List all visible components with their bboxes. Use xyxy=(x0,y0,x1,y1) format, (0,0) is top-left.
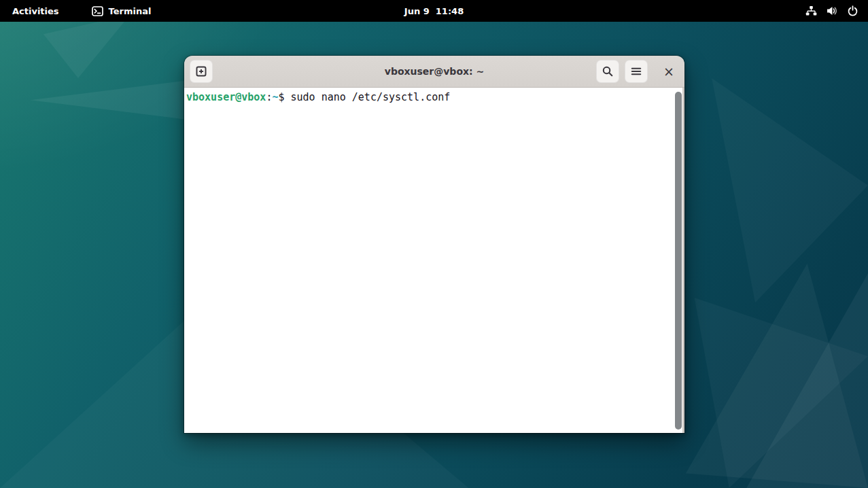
focused-app-menu[interactable]: Terminal xyxy=(84,0,160,22)
terminal-content[interactable]: vboxuser@vbox:~$sudo nano /etc/sysctl.co… xyxy=(184,88,684,433)
new-tab-button[interactable] xyxy=(190,60,213,83)
system-status-area[interactable] xyxy=(797,0,868,22)
menu-icon xyxy=(630,65,642,77)
typed-command: sudo nano /etc/sysctl.conf xyxy=(291,91,451,103)
terminal-prompt-line: vboxuser@vbox:~$sudo nano /etc/sysctl.co… xyxy=(186,91,673,104)
close-button[interactable]: × xyxy=(659,60,679,83)
network-wired-icon xyxy=(805,5,817,16)
window-title: vboxuser@vbox: ~ xyxy=(385,66,485,77)
power-icon xyxy=(847,5,858,17)
activities-button[interactable]: Activities xyxy=(4,0,67,22)
search-button[interactable] xyxy=(596,60,619,83)
terminal-window: vboxuser@vbox: ~ xyxy=(184,56,684,433)
menu-button[interactable] xyxy=(625,60,648,83)
focused-app-label: Terminal xyxy=(109,6,152,16)
titlebar[interactable]: vboxuser@vbox: ~ xyxy=(184,56,684,88)
scrollbar-thumb[interactable] xyxy=(675,92,682,430)
close-icon: × xyxy=(663,64,674,79)
desktop: Activities Terminal Jun 9 11:48 xyxy=(0,0,868,488)
prompt-symbol: $ xyxy=(278,91,284,103)
titlebar-actions: × xyxy=(596,60,679,83)
prompt-user-host: vboxuser@vbox xyxy=(186,91,266,103)
search-icon xyxy=(602,65,614,77)
new-tab-icon xyxy=(195,65,207,77)
clock-button[interactable]: Jun 9 11:48 xyxy=(396,0,472,22)
top-bar: Activities Terminal Jun 9 11:48 xyxy=(0,0,868,22)
terminal-icon xyxy=(92,6,103,16)
volume-icon xyxy=(826,5,838,16)
